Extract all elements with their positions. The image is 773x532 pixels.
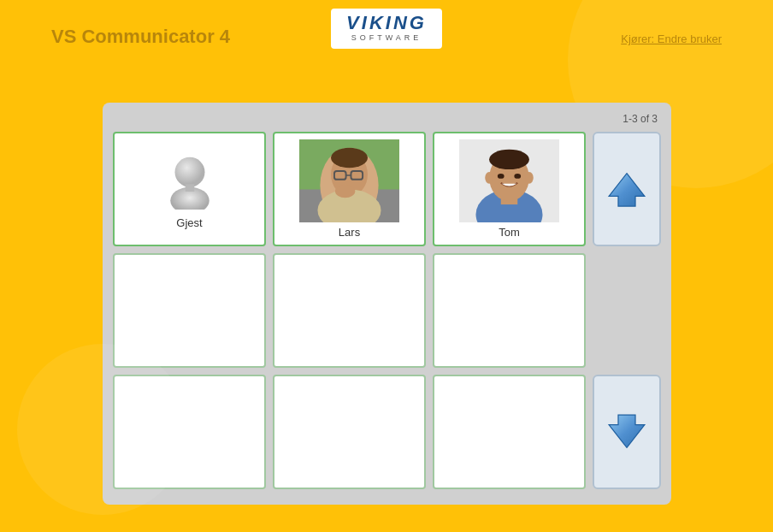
empty-cell-3 — [433, 253, 586, 368]
empty-cell-2 — [273, 253, 426, 368]
svg-point-12 — [335, 184, 355, 198]
logo-container: VIKING SOFTWARE — [331, 9, 442, 49]
main-panel: 1-3 of 3 — [103, 103, 671, 505]
svg-point-20 — [485, 172, 493, 184]
tom-photo — [434, 139, 584, 223]
logo-viking-text: VIKING — [346, 14, 427, 33]
nav-down-button[interactable] — [593, 375, 661, 489]
empty-cell-1 — [113, 253, 266, 368]
pagination-label: 1-3 of 3 — [113, 113, 661, 125]
nav-spacer — [593, 253, 661, 368]
svg-point-17 — [489, 149, 529, 168]
user-card-tom-label: Tom — [499, 226, 520, 239]
user-card-tom[interactable]: Tom — [433, 132, 586, 246]
svg-rect-2 — [185, 184, 194, 192]
app-title: VS Communicator 4 — [51, 26, 230, 48]
guest-avatar-icon — [160, 150, 220, 210]
svg-marker-22 — [609, 174, 645, 206]
empty-cell-5 — [273, 375, 426, 489]
arrow-down-icon — [605, 411, 648, 453]
user-card-lars[interactable]: Lars — [273, 132, 426, 246]
svg-marker-23 — [609, 415, 645, 447]
svg-point-7 — [331, 148, 368, 168]
nav-up-button[interactable] — [593, 132, 661, 246]
svg-point-1 — [174, 157, 204, 186]
svg-point-19 — [514, 174, 521, 179]
user-card-lars-label: Lars — [339, 226, 360, 239]
logo-software-text: SOFTWARE — [351, 33, 422, 42]
svg-point-21 — [525, 172, 534, 184]
arrow-up-icon — [605, 168, 648, 210]
user-grid: Gjest — [113, 132, 661, 489]
user-link[interactable]: Kjører: Endre bruker — [621, 33, 722, 45]
empty-cell-4 — [113, 375, 266, 489]
lars-photo — [274, 139, 424, 223]
logo-box: VIKING SOFTWARE — [331, 9, 442, 49]
empty-cell-6 — [433, 375, 586, 489]
user-card-gjest-label: Gjest — [176, 216, 202, 229]
svg-point-18 — [498, 174, 505, 179]
user-card-gjest[interactable]: Gjest — [113, 132, 266, 246]
